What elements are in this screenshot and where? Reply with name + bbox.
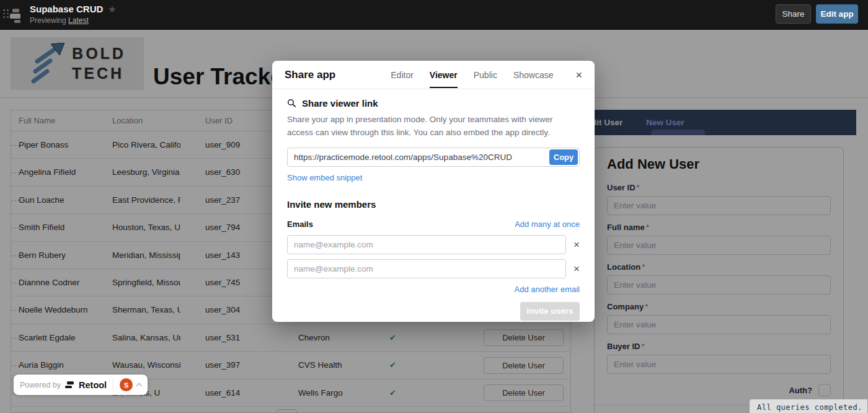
previewing-label: Previewing [30,16,66,25]
remove-email-icon[interactable]: × [574,239,580,250]
app-title: Supabase CRUD [30,4,103,14]
email-field[interactable] [287,235,566,254]
retool-logo-icon [65,381,74,389]
badge-divider [113,379,113,391]
share-mode-tabs: Editor Viewer Public Showcase [391,62,553,88]
edit-app-button[interactable]: Edit app [816,4,858,24]
modal-body: Share viewer link Share your app in pres… [272,89,595,321]
chevron-up-icon[interactable] [136,383,143,389]
avatar[interactable]: S [120,378,133,391]
retool-brand-label: Retool [79,380,107,390]
email-field[interactable] [287,259,566,278]
tab-public[interactable]: Public [474,62,497,88]
share-link-section-title: Share viewer link [302,98,378,109]
preview-status: Previewing Latest [30,16,89,25]
show-embed-snippet-link[interactable]: Show embed snippet [287,173,362,182]
search-icon [287,99,296,108]
remove-email-icon[interactable]: × [574,264,580,274]
share-link-description: Share your app in presentation mode. Onl… [287,113,576,140]
modal-title: Share app [285,69,335,81]
powered-by-label: Powered by [20,381,61,389]
drag-handle-icon[interactable] [3,9,9,18]
invite-users-button[interactable]: Invite users [520,302,580,321]
share-button[interactable]: Share [776,4,811,24]
powered-by-badge[interactable]: Powered by Retool S [14,375,148,395]
tab-showcase[interactable]: Showcase [513,62,554,88]
viewer-link-input[interactable] [287,148,580,167]
copy-button[interactable]: Copy [549,149,578,165]
tab-viewer[interactable]: Viewer [430,62,458,88]
close-icon[interactable]: × [575,69,582,81]
share-app-modal: Share app Editor Viewer Public Showcase … [272,61,595,322]
tab-editor[interactable]: Editor [391,62,414,88]
version-link[interactable]: Latest [68,16,89,25]
add-many-at-once-link[interactable]: Add many at once [515,220,580,229]
modal-header: Share app Editor Viewer Public Showcase … [272,61,595,89]
star-icon[interactable]: ★ [108,4,116,14]
query-status-toast: All queries completed. [750,399,867,413]
emails-label: Emails [287,220,313,229]
app-icon [9,7,24,22]
invite-section-title: Invite new members [287,199,580,210]
add-another-email-link[interactable]: Add another email [514,285,580,294]
top-bar: Supabase CRUD ★ Previewing Latest Share … [0,0,868,30]
